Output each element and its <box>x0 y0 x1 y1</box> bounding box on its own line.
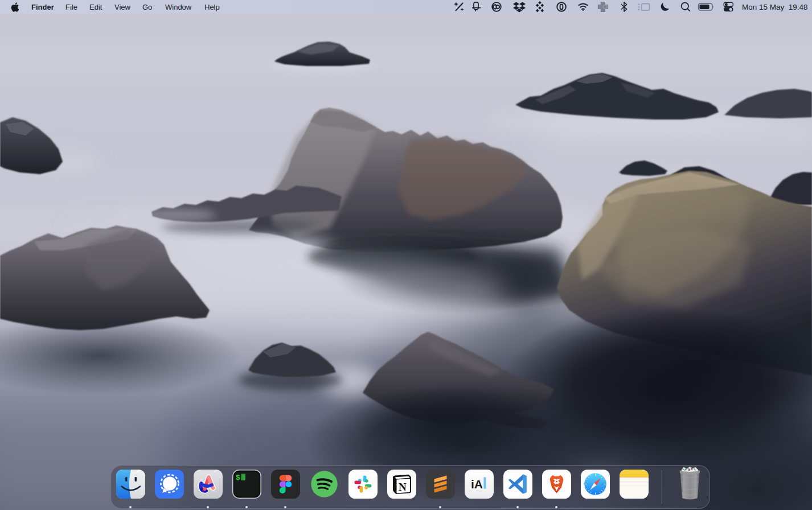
svg-text:$: $ <box>236 474 240 482</box>
svg-text:N: N <box>399 481 407 493</box>
svg-text:iA: iA <box>471 478 483 491</box>
